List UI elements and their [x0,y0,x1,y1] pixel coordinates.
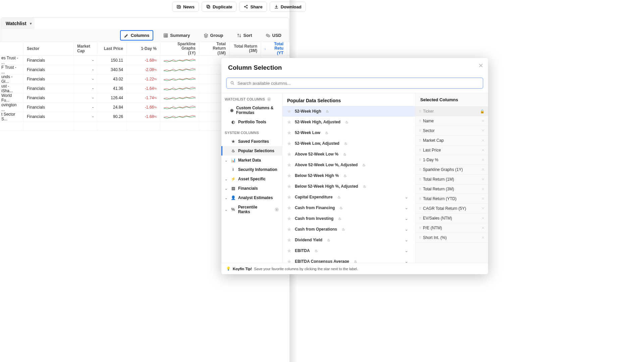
nav-security-info[interactable]: iSecurity Information [221,165,282,174]
nav-saved-favorites[interactable]: ★Saved Favorites [221,137,282,146]
remove-icon[interactable]: ✕ [481,119,485,123]
chevron-down-icon[interactable]: ⌄ [405,238,408,242]
star-icon[interactable]: ★ [287,141,291,146]
th-name[interactable] [0,42,23,55]
star-icon[interactable]: ★ [287,173,291,178]
star-icon[interactable]: ★ [287,119,291,125]
summary-button[interactable]: Summary [160,31,193,40]
selected-column-item[interactable]: ⠿Total Return (3M)✕ [416,184,488,194]
selected-column-item[interactable]: ⠿Ticker🔒 [416,107,488,116]
close-icon[interactable]: ✕ [478,62,483,69]
th-marketcap[interactable]: Market Cap [74,42,97,55]
star-icon[interactable]: ★ [287,248,291,253]
th-1day[interactable]: 1-Day % [127,42,160,55]
available-column-item[interactable]: ★Cash from Financing♨⌄ [282,202,415,213]
available-column-item[interactable]: ★52-Week High, Adjusted♨ [282,117,415,127]
share-button[interactable]: Share [239,2,267,12]
chevron-down-icon[interactable]: ⌄ [405,217,408,221]
info-icon[interactable]: i [275,207,279,212]
selected-column-item[interactable]: ⠿Name✕ [416,116,488,126]
remove-icon[interactable]: ✕ [481,235,485,240]
nav-asset-specific[interactable]: ⌄⚡Asset Specific [221,174,282,184]
drag-handle-icon[interactable]: ⠿ [419,148,420,152]
sort-button[interactable]: Sort [233,31,256,40]
selected-column-item[interactable]: ⠿EV/Sales (NTM)✕ [416,214,488,223]
currency-button[interactable]: USD [262,31,285,40]
chevron-down-icon[interactable]: ⌄ [405,206,408,210]
drag-handle-icon[interactable]: ⠿ [419,168,420,172]
duplicate-button[interactable]: Duplicate [202,2,237,12]
th-lastprice[interactable]: Last Price [97,42,127,55]
chevron-down-icon[interactable]: ⌄ [405,195,408,199]
available-column-item[interactable]: ★Capital Expenditure♨⌄ [282,192,415,202]
nav-analyst-estimates[interactable]: ⌄👤Analyst Estimates [221,193,282,202]
star-icon[interactable]: ★ [287,152,291,157]
chevron-down-icon[interactable]: ⌄ [405,259,408,263]
available-column-item[interactable]: ★52-Week Low, Adjusted♨ [282,138,415,149]
nav-popular-selections[interactable]: ♨Popular Selections [221,146,282,156]
selected-column-item[interactable]: ⠿1-Day %✕ [416,155,488,165]
available-column-item[interactable]: ★EBITDA♨⌄ [282,245,415,256]
available-column-item[interactable]: ★Cash from Operations♨⌄ [282,224,415,235]
drag-handle-icon[interactable]: ⠿ [419,129,420,133]
available-column-item[interactable]: ★Below 52-Week High %♨ [282,170,415,181]
star-icon[interactable]: ★ [287,259,291,263]
remove-icon[interactable]: ✕ [481,167,485,172]
available-column-item[interactable]: ★52-Week High♨ [282,106,415,117]
selected-column-item[interactable]: ⠿Short Int. (%)✕ [416,233,488,243]
drag-handle-icon[interactable]: ⠿ [419,217,420,220]
selected-column-item[interactable]: ⠿CAGR Total Return (5Y)✕ [416,204,488,214]
th-sparkline[interactable]: Sparkline Graphs(1Y) [160,42,199,55]
remove-icon[interactable]: ✕ [481,128,485,133]
drag-handle-icon[interactable]: ⠿ [419,207,420,210]
th-sector[interactable]: Sector [23,42,74,55]
remove-icon[interactable]: ✕ [481,216,485,221]
th-tr1m[interactable]: Total Return(1M) [199,42,229,55]
available-column-item[interactable]: ★Above 52-Week Low %, Adjusted♨ [282,160,415,170]
remove-icon[interactable]: ✕ [481,177,485,182]
download-button[interactable]: Download [270,2,306,12]
drag-handle-icon[interactable]: ⠿ [419,139,420,142]
selected-column-item[interactable]: ⠿Sparkline Graphs (1Y)✕ [416,165,488,175]
available-column-item[interactable]: ★Above 52-Week Low %♨ [282,149,415,160]
drag-handle-icon[interactable]: ⠿ [419,119,420,123]
columns-button[interactable]: Columns [120,30,154,41]
remove-icon[interactable]: ✕ [481,138,485,143]
available-column-item[interactable]: ★52-Week Low♨ [282,127,415,138]
remove-icon[interactable]: ✕ [481,226,485,230]
star-icon[interactable]: ★ [287,227,291,232]
star-icon[interactable]: ★ [287,205,291,210]
selected-column-item[interactable]: ⠿Sector✕ [416,126,488,136]
drag-handle-icon[interactable]: ⠿ [419,236,420,240]
th-tr3m[interactable]: Total Return(3M) [229,42,261,55]
remove-icon[interactable]: ✕ [481,187,485,191]
available-column-item[interactable]: ★Below 52-Week High %, Adjusted♨ [282,181,415,192]
star-icon[interactable]: ★ [287,184,291,189]
news-button[interactable]: News [172,2,199,12]
drag-handle-icon[interactable]: ⠿ [419,178,420,181]
selected-column-item[interactable]: ⠿Total Return (1M)✕ [416,175,488,184]
selected-column-item[interactable]: ⠿Market Cap✕ [416,136,488,145]
drag-handle-icon[interactable]: ⠿ [419,158,420,162]
star-icon[interactable]: ★ [287,162,291,168]
star-icon[interactable]: ★ [287,194,291,200]
remove-icon[interactable]: ✕ [481,206,485,211]
star-icon[interactable]: ★ [287,216,291,221]
drag-handle-icon[interactable]: ⠿ [419,110,420,113]
drag-handle-icon[interactable]: ⠿ [419,197,420,201]
nav-portfolio-tools[interactable]: ◐Portfolio Tools [221,117,282,127]
drag-handle-icon[interactable]: ⠿ [419,187,420,191]
available-column-item[interactable]: ★EBITDA Consensus Average♨⌄ [282,256,415,263]
available-column-item[interactable]: ★Dividend Yield♨⌄ [282,235,415,245]
chevron-down-icon[interactable]: ⌄ [405,249,408,253]
star-icon[interactable]: ★ [287,130,291,135]
drag-handle-icon[interactable]: ⠿ [419,226,420,230]
search-input[interactable] [237,81,479,86]
watchlist-tab[interactable]: Watchlist ▼ [1,18,35,29]
nav-market-data[interactable]: ⌄📊Market Data [221,156,282,165]
remove-icon[interactable]: ✕ [481,158,485,162]
th-trytd[interactable]: ↓Total Retu(YT [261,42,287,55]
selected-column-item[interactable]: ⠿Total Return (YTD)✕ [416,194,488,204]
star-icon[interactable]: ★ [287,237,291,243]
column-search[interactable] [226,77,483,89]
